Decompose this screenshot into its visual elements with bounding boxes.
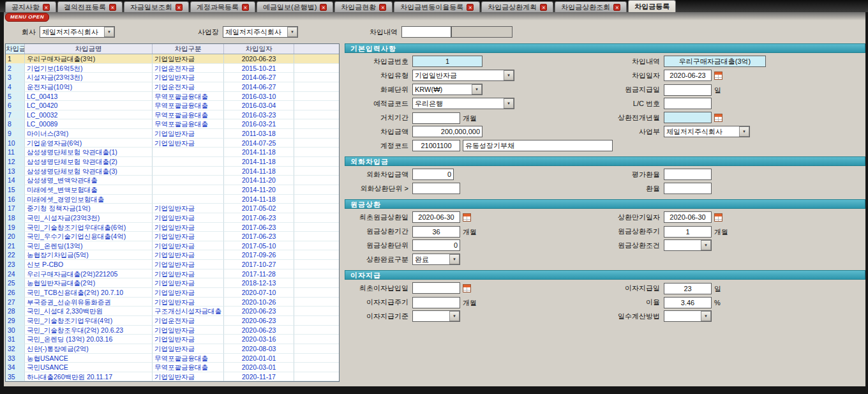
deposit-code-select-control[interactable]: 우리은행 bbox=[412, 98, 514, 109]
tab-공지사항[interactable]: 공지사항× bbox=[5, 1, 56, 12]
loan-amount-input[interactable] bbox=[412, 126, 483, 137]
tab-close-icon[interactable]: × bbox=[109, 4, 116, 11]
interest-basis-select[interactable] bbox=[412, 310, 460, 322]
table-row[interactable]: 7LC_00032무역포괄금융대출2016-03-23 bbox=[6, 110, 339, 120]
principal-condition-select[interactable] bbox=[664, 239, 712, 251]
table-row[interactable]: 24우리구매자금대출(2억)221205기업일반자금2017-11-28 bbox=[6, 269, 339, 279]
table-row[interactable]: 14삼성생명_변액약관대출2014-11-20 bbox=[6, 176, 339, 185]
tab-close-icon[interactable]: × bbox=[379, 4, 386, 11]
pre-repay-ym-input[interactable] bbox=[664, 112, 712, 123]
calendar-icon[interactable] bbox=[714, 114, 722, 122]
site-select[interactable]: 제일저지주식회사 bbox=[223, 26, 298, 38]
repay-complete-select-control[interactable]: 완료 bbox=[412, 254, 460, 265]
table-row[interactable]: 29국민_기술창조기업우대(4억)기업운전자금2020-06-23 bbox=[6, 316, 339, 326]
grace-period-input[interactable] bbox=[412, 112, 460, 124]
table-row[interactable]: 26국민_TCB신용대출(2억) 20.7.10기업일반자금2020-07-10 bbox=[6, 288, 339, 298]
account-code-input[interactable] bbox=[412, 140, 460, 151]
table-row[interactable]: 13삼성생명단체보험 약관대출(3)2014-11-18 bbox=[6, 167, 339, 176]
tab-차입금현황[interactable]: 차입금현황× bbox=[334, 1, 393, 12]
company-select[interactable]: 제일저지주식회사 bbox=[40, 26, 115, 38]
tab-차입금변동이율등록[interactable]: 차입금변동이율등록× bbox=[394, 1, 480, 12]
tab-결의전표등록[interactable]: 결의전표등록× bbox=[57, 1, 123, 12]
tab-close-icon[interactable]: × bbox=[320, 4, 327, 11]
principal-condition-select-control[interactable] bbox=[664, 239, 712, 251]
table-row[interactable]: 18국민_시설자금(23억3천)기업일반자금2017-06-23 bbox=[6, 213, 339, 223]
first-principal-date-input[interactable] bbox=[412, 211, 460, 223]
loan-date-input[interactable] bbox=[664, 70, 712, 81]
table-row[interactable]: 8LC_00089무역포괄금융대출2016-03-21 bbox=[6, 119, 339, 129]
table-row[interactable]: 16미래에셋_경영인보험대출2014-11-18 bbox=[6, 195, 339, 204]
tab-차입금상환계획[interactable]: 차입금상환계획× bbox=[481, 1, 553, 12]
principal-pay-day-input[interactable] bbox=[664, 84, 712, 96]
tab-close-icon[interactable]: × bbox=[613, 4, 620, 11]
principal-period-input[interactable] bbox=[412, 226, 460, 238]
menu-open-button[interactable]: MENU OPEN bbox=[5, 13, 49, 22]
table-row[interactable]: 28국민_시설대 2,330백만원구조개선시설자금대출2020-06-23 bbox=[6, 307, 339, 316]
division-select[interactable]: 제일저지주식회사 bbox=[664, 126, 750, 137]
table-row[interactable]: 4운전자금(10억)기업운전자금2014-06-27 bbox=[6, 82, 339, 92]
daycount-select[interactable] bbox=[664, 310, 712, 322]
table-row[interactable]: 15미래에셋_변액보험대출2014-11-20 bbox=[6, 185, 339, 195]
division-select-control[interactable]: 제일저지주식회사 bbox=[664, 126, 750, 137]
fx-amount-input[interactable] bbox=[412, 169, 454, 180]
table-row[interactable]: 27부국증권_선순위유동화증권기업일반자금2020-10-26 bbox=[6, 298, 339, 307]
daycount-select-control[interactable] bbox=[664, 310, 712, 322]
rate-input[interactable] bbox=[664, 183, 712, 194]
tab-close-icon[interactable]: × bbox=[242, 4, 249, 11]
site-select-control[interactable]: 제일저지주식회사 bbox=[223, 26, 298, 38]
loan-type-select[interactable]: 기업일반자금 bbox=[412, 70, 514, 81]
col-header-type[interactable]: 차입구분 bbox=[153, 44, 224, 54]
calendar-icon[interactable] bbox=[463, 213, 471, 222]
table-row[interactable]: 3시설자금(23억3천)기업일반자금2014-06-27 bbox=[6, 73, 339, 82]
table-row[interactable]: 23신보 P-CBO기업일반자금2017-10-27 bbox=[6, 260, 339, 269]
table-row[interactable]: 30국민_기술창조우대(2억) 20.6.23기업일반자금2020-06-23 bbox=[6, 326, 339, 335]
calendar-icon[interactable] bbox=[714, 72, 722, 80]
lc-no-input[interactable] bbox=[664, 98, 712, 109]
currency-select[interactable]: KRW(₩) bbox=[412, 84, 483, 95]
table-row[interactable]: 17중기청 정책자금(1억)기업일반자금2017-05-02 bbox=[6, 204, 339, 213]
account-name-input[interactable] bbox=[463, 140, 613, 151]
table-row[interactable]: 34국민USANCE무역포괄금융대출2020-03-01 bbox=[6, 363, 339, 372]
table-row[interactable]: 33농협USANCE무역포괄금융대출2020-01-01 bbox=[6, 354, 339, 363]
principal-unit-input[interactable] bbox=[412, 239, 460, 251]
loan-desc-input[interactable] bbox=[401, 26, 451, 38]
tab-close-icon[interactable]: × bbox=[176, 4, 183, 11]
interest-basis-select-control[interactable] bbox=[412, 310, 460, 322]
interest-rate-input[interactable] bbox=[664, 297, 712, 308]
col-header-date[interactable]: 차입일자 bbox=[224, 44, 294, 54]
table-row[interactable]: 25농협일반자금대출(2억)기업일반자금2018-12-13 bbox=[6, 278, 339, 288]
col-header-name[interactable]: 차입금명 bbox=[25, 44, 153, 54]
tab-자금일보조회[interactable]: 자금일보조회× bbox=[124, 1, 189, 12]
tab-close-icon[interactable]: × bbox=[43, 4, 50, 11]
fx-unit-input[interactable] bbox=[412, 183, 460, 194]
table-row[interactable]: 1우리구매자금대출(3억)기업일반자금2020-06-23 bbox=[6, 54, 339, 64]
table-row[interactable]: 9마이너스(3억)기업일반자금2011-03-18 bbox=[6, 129, 339, 139]
calendar-icon[interactable] bbox=[463, 284, 471, 292]
tab-close-icon[interactable]: × bbox=[467, 4, 474, 11]
col-header-code[interactable]: 차입금코드 bbox=[6, 44, 25, 54]
interest-pay-day-input[interactable] bbox=[664, 283, 712, 294]
tab-close-icon[interactable]: × bbox=[540, 4, 547, 11]
loan-type-select-control[interactable]: 기업일반자금 bbox=[412, 70, 514, 81]
first-interest-date-input[interactable] bbox=[412, 282, 460, 294]
detail-loan-desc-input[interactable] bbox=[664, 56, 766, 67]
tab-차입금상환조회[interactable]: 차입금상환조회× bbox=[555, 1, 627, 12]
maturity-date-input[interactable] bbox=[664, 211, 712, 223]
deposit-code-select[interactable]: 우리은행 bbox=[412, 98, 514, 109]
table-row[interactable]: 31국민_온렌딩 (13억) 20.03.16기업일반자금2020-03-16 bbox=[6, 335, 339, 344]
eval-rate-input[interactable] bbox=[664, 169, 712, 180]
table-row[interactable]: 11삼성생명단체보험 약관대출(1)2014-11-18 bbox=[6, 148, 339, 157]
calendar-icon[interactable] bbox=[714, 213, 722, 222]
table-row[interactable]: 35하나대출260백만원 20.11.17기업일반자금2020-11-17 bbox=[6, 372, 339, 381]
table-row[interactable]: 20국민_우수기술기업신용대출(4억)기업일반자금2017-06-23 bbox=[6, 232, 339, 241]
currency-select-control[interactable]: KRW(₩) bbox=[412, 84, 483, 95]
principal-cycle-input[interactable] bbox=[664, 226, 712, 238]
tab-계정과목등록[interactable]: 계정과목등록× bbox=[190, 1, 255, 12]
table-row[interactable]: 32신한(-)통장예금(2억)기업일반자금2020-08-03 bbox=[6, 344, 339, 354]
loan-no-input[interactable] bbox=[412, 56, 483, 67]
tab-예금일보(은행별)[interactable]: 예금일보(은행별)× bbox=[257, 1, 333, 12]
table-row[interactable]: 2기업기보(16억5천)기업운전자금2015-10-21 bbox=[6, 64, 339, 73]
table-row[interactable]: 19국민_기술창조기업우대대출(6억)기업일반자금2017-06-23 bbox=[6, 223, 339, 232]
table-row[interactable]: 22농협장기차입금(5억)기업일반자금2017-09-26 bbox=[6, 250, 339, 260]
table-row[interactable]: 21국민_온렌딩(13억)기업일반자금2017-05-10 bbox=[6, 241, 339, 251]
